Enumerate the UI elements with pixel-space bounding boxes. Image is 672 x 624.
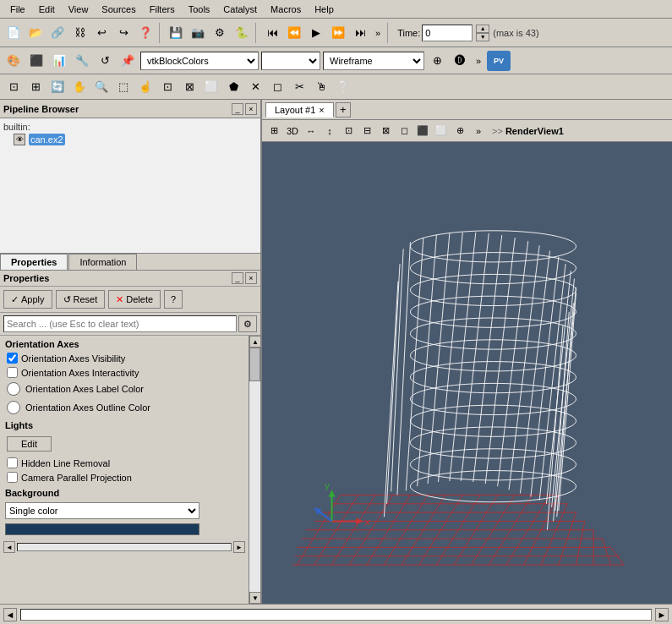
- render-mode-select[interactable]: Wireframe Surface Surface With Edges Poi…: [323, 52, 424, 70]
- select-pts-btn[interactable]: ⊡: [157, 77, 178, 97]
- crosshairs-btn[interactable]: ⊕: [427, 51, 447, 71]
- select-cells-btn[interactable]: ⊠: [179, 77, 199, 97]
- axes-interactivity-checkbox[interactable]: [7, 367, 18, 378]
- scroll-track[interactable]: [249, 348, 260, 592]
- settings-btn[interactable]: ⚙: [210, 23, 230, 43]
- render-nav6[interactable]: ◻: [396, 123, 412, 140]
- menu-filters[interactable]: Filters: [143, 3, 182, 16]
- new-btn[interactable]: 📄: [3, 23, 24, 43]
- menu-file[interactable]: File: [3, 3, 32, 16]
- open-btn[interactable]: 📂: [25, 23, 46, 43]
- tab-properties[interactable]: Properties: [0, 254, 68, 270]
- zoom-to-data-btn[interactable]: ⊞: [25, 77, 46, 97]
- frustum-select-btn[interactable]: ⬜: [201, 77, 221, 97]
- reset-view-btn[interactable]: ⊡: [3, 77, 24, 97]
- render-nav5[interactable]: ⊠: [377, 123, 394, 140]
- zoom-btn[interactable]: 🔍: [91, 77, 112, 97]
- orientation-btn[interactable]: 🅓: [450, 51, 470, 71]
- scroll-down-btn[interactable]: ▼: [249, 592, 260, 604]
- render-3d-btn[interactable]: 3D: [284, 123, 301, 140]
- render-nav9[interactable]: ⊕: [451, 123, 468, 140]
- python-btn[interactable]: 🐍: [232, 23, 252, 43]
- pan-btn[interactable]: ✋: [69, 77, 90, 97]
- lights-edit-button[interactable]: Edit: [7, 436, 52, 452]
- menu-sources[interactable]: Sources: [95, 3, 142, 16]
- last-frame-btn[interactable]: ⏭: [350, 23, 370, 43]
- menu-tools[interactable]: Tools: [182, 3, 217, 16]
- render-nav4[interactable]: ⊟: [358, 123, 375, 140]
- undo-btn[interactable]: ↩: [91, 23, 112, 43]
- reset-camera-btn[interactable]: ⊞: [265, 123, 282, 140]
- color-map-select[interactable]: vtkBlockColors: [140, 52, 259, 70]
- play-btn[interactable]: ▶: [306, 23, 326, 43]
- axes-visibility-checkbox[interactable]: [7, 353, 18, 364]
- clear-selection-btn[interactable]: ✕: [245, 77, 265, 97]
- add-layout-btn[interactable]: +: [336, 102, 351, 118]
- props-close-btn[interactable]: ×: [245, 272, 257, 284]
- scroll-right-btn[interactable]: ►: [233, 541, 245, 553]
- status-scroll-right[interactable]: ►: [655, 608, 669, 621]
- tab-information[interactable]: Information: [68, 254, 137, 270]
- render-more[interactable]: »: [470, 123, 487, 140]
- texture-btn[interactable]: ⬛: [26, 51, 46, 71]
- toolbar2-more[interactable]: »: [473, 56, 484, 66]
- redo-btn[interactable]: ↪: [113, 23, 134, 43]
- toolbar1-more[interactable]: »: [372, 28, 384, 38]
- reset-range-btn[interactable]: ↺: [95, 51, 115, 71]
- next-frame-btn[interactable]: ⏩: [328, 23, 348, 43]
- extract-selection-btn[interactable]: ✂: [289, 77, 309, 97]
- reset-button[interactable]: ↺ Reset: [56, 290, 106, 309]
- poly-select-btn[interactable]: ⬟: [223, 77, 243, 97]
- delete-button[interactable]: ✕ Delete: [108, 290, 161, 309]
- props-scroll-area[interactable]: Orientation Axes Orientation Axes Visibi…: [0, 336, 249, 604]
- disconnect-btn[interactable]: ⛓: [69, 23, 90, 43]
- interactive-select-btn[interactable]: 🖱: [311, 77, 331, 97]
- apply-button[interactable]: ✓ Apply: [3, 290, 52, 309]
- search-input[interactable]: [3, 315, 237, 332]
- panel-close-btn[interactable]: ×: [245, 103, 257, 115]
- connect-btn[interactable]: 🔗: [47, 23, 68, 43]
- render-nav8[interactable]: ⬜: [433, 123, 450, 140]
- status-scroll-left[interactable]: ◄: [3, 608, 17, 621]
- help-btn[interactable]: ❓: [135, 23, 156, 43]
- menu-edit[interactable]: Edit: [32, 3, 62, 16]
- scroll-thumb[interactable]: [249, 348, 260, 381]
- search-gear-btn[interactable]: ⚙: [238, 315, 257, 332]
- time-spin-up[interactable]: ▲: [476, 25, 489, 33]
- layout-tab-1[interactable]: Layout #1 ×: [265, 102, 334, 118]
- render-nav1[interactable]: ↔: [303, 123, 320, 140]
- background-color-bar[interactable]: [5, 523, 199, 535]
- query-btn[interactable]: ❔: [333, 77, 353, 97]
- render-view[interactable]: x y: [262, 142, 672, 604]
- time-spin-down[interactable]: ▼: [476, 33, 489, 41]
- visibility-toggle[interactable]: 👁: [14, 134, 25, 145]
- screenshot-btn[interactable]: 📷: [188, 23, 208, 43]
- camera-parallel-checkbox[interactable]: [7, 472, 18, 483]
- props-minimize-btn[interactable]: _: [232, 272, 243, 284]
- color-extra-select[interactable]: [261, 52, 320, 70]
- scroll-up-btn[interactable]: ▲: [249, 336, 260, 348]
- axes-outline-color-swatch[interactable]: [7, 401, 20, 414]
- help-button[interactable]: ?: [164, 290, 183, 309]
- scalar-btn[interactable]: 📊: [49, 51, 69, 71]
- save-state-btn[interactable]: 💾: [166, 23, 186, 43]
- first-frame-btn[interactable]: ⏮: [262, 23, 282, 43]
- surface-select-btn[interactable]: ◻: [267, 77, 287, 97]
- panel-minimize-btn[interactable]: _: [232, 103, 243, 115]
- menu-help[interactable]: Help: [308, 3, 341, 16]
- time-input[interactable]: [422, 25, 473, 41]
- pick-btn[interactable]: ☝: [135, 77, 156, 97]
- fix-range-btn[interactable]: 📌: [117, 51, 138, 71]
- prev-frame-btn[interactable]: ⏪: [284, 23, 304, 43]
- render-nav7[interactable]: ⬛: [414, 123, 431, 140]
- render-nav3[interactable]: ⊡: [340, 123, 357, 140]
- axes-label-color-swatch[interactable]: [7, 382, 20, 396]
- edit-colormap-btn[interactable]: 🔧: [72, 51, 92, 71]
- color-icon[interactable]: 🎨: [3, 51, 24, 71]
- pipeline-item-can[interactable]: can.ex2: [29, 134, 65, 145]
- menu-catalyst[interactable]: Catalyst: [216, 3, 264, 16]
- background-mode-select[interactable]: Single color Gradient Image Skybox: [5, 502, 199, 519]
- hidden-line-removal-checkbox[interactable]: [7, 457, 18, 468]
- menu-macros[interactable]: Macros: [264, 3, 308, 16]
- rotate-btn[interactable]: 🔄: [47, 77, 68, 97]
